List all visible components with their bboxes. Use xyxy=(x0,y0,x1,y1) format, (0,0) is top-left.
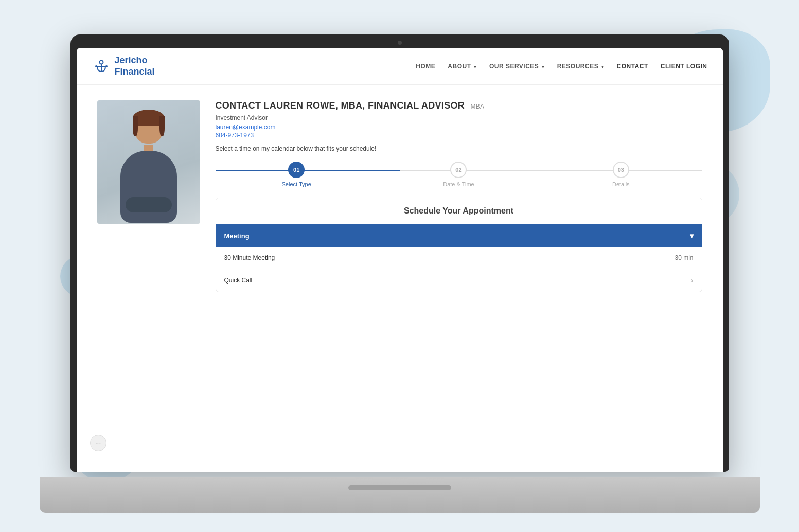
step-label-2: Date & Time xyxy=(443,181,474,187)
step-label-3: Details xyxy=(612,181,630,187)
nav-link-contact[interactable]: CONTACT xyxy=(617,63,648,70)
resources-dropdown-arrow: ▾ xyxy=(601,64,605,69)
three-dots-menu[interactable]: ··· xyxy=(90,435,106,451)
navigation: Jericho Financial HOME ABOUT ▾ xyxy=(77,48,723,85)
advisor-title: CONTACT LAUREN ROWE, MBA, FINANCIAL ADVI… xyxy=(216,100,702,111)
svg-point-0 xyxy=(99,60,103,64)
logo[interactable]: Jericho Financial xyxy=(92,55,155,77)
nav-link-about[interactable]: ABOUT ▾ xyxy=(448,63,477,70)
step-number-3: 03 xyxy=(618,167,624,173)
quick-call-arrow-icon: › xyxy=(691,276,694,285)
svg-point-3 xyxy=(95,65,97,67)
nav-links: HOME ABOUT ▾ OUR SERVICES ▾ xyxy=(416,62,707,70)
nav-link-resources[interactable]: RESOURCES ▾ xyxy=(557,63,605,70)
services-dropdown-arrow: ▾ xyxy=(542,64,545,69)
step-circle-3: 03 xyxy=(613,162,629,178)
meeting-section-label: Meeting xyxy=(224,232,250,240)
advisor-phone[interactable]: 604-973-1973 xyxy=(216,132,702,139)
nav-item-resources[interactable]: RESOURCES ▾ xyxy=(557,62,605,70)
photo-bg xyxy=(97,100,200,224)
stepper: 01 Select Type 02 Date & Time xyxy=(216,162,702,187)
appointment-header: Schedule Your Appointment xyxy=(216,198,702,224)
laptop-base xyxy=(40,477,760,513)
svg-point-4 xyxy=(105,65,108,67)
about-dropdown-arrow: ▾ xyxy=(474,64,477,69)
anchor-icon xyxy=(92,57,111,76)
stepper-step-3[interactable]: 03 Details xyxy=(540,162,702,187)
meeting-option-30min[interactable]: 30 Minute Meeting 30 min xyxy=(216,247,702,269)
stepper-step-1[interactable]: 01 Select Type xyxy=(216,162,378,187)
advisor-role: Investment Advisor xyxy=(216,114,702,121)
advisor-info: CONTACT LAUREN ROWE, MBA, FINANCIAL ADVI… xyxy=(216,100,702,292)
neck xyxy=(144,145,153,151)
step-number-1: 01 xyxy=(293,167,299,173)
schedule-prompt: Select a time on my calendar below that … xyxy=(216,145,702,152)
website: Jericho Financial HOME ABOUT ▾ xyxy=(77,48,723,472)
laptop-camera xyxy=(398,41,402,45)
scene: Jericho Financial HOME ABOUT ▾ xyxy=(40,19,760,513)
step-circle-2: 02 xyxy=(450,162,467,178)
hair-right xyxy=(159,116,165,136)
body xyxy=(120,151,177,223)
head-group xyxy=(133,110,165,145)
nav-link-client-login[interactable]: CLIENT LOGIN xyxy=(661,63,707,70)
nav-item-about[interactable]: ABOUT ▾ xyxy=(448,62,477,70)
nav-item-home[interactable]: HOME xyxy=(416,62,435,70)
logo-line2: Financial xyxy=(115,66,155,78)
logo-text: Jericho Financial xyxy=(115,55,155,77)
meeting-option-30min-label: 30 Minute Meeting xyxy=(224,254,275,261)
necklace xyxy=(136,156,162,156)
meeting-chevron-icon: ▾ xyxy=(690,232,694,240)
profile-photo xyxy=(97,100,200,224)
meeting-option-quick-call[interactable]: Quick Call › xyxy=(216,269,702,292)
nav-link-home[interactable]: HOME xyxy=(416,63,435,70)
main-content: CONTACT LAUREN ROWE, MBA, FINANCIAL ADVI… xyxy=(77,85,723,308)
nav-item-contact[interactable]: CONTACT xyxy=(617,62,648,70)
hair-left xyxy=(133,116,138,136)
advisor-email[interactable]: lauren@example.com xyxy=(216,123,702,131)
stepper-step-2[interactable]: 02 Date & Time xyxy=(378,162,540,187)
three-dots-label: ··· xyxy=(95,439,101,447)
meeting-option-30min-duration: 30 min xyxy=(674,254,693,261)
meeting-type-dropdown[interactable]: Meeting ▾ xyxy=(216,224,702,247)
laptop-screen: Jericho Financial HOME ABOUT ▾ xyxy=(77,48,723,472)
quick-call-label: Quick Call xyxy=(224,277,253,284)
arms xyxy=(126,197,172,212)
advisor-name-title: CONTACT LAUREN ROWE, MBA, FINANCIAL ADVI… xyxy=(216,100,465,111)
logo-line1: Jericho xyxy=(115,55,155,66)
step-label-1: Select Type xyxy=(282,181,311,187)
step-circle-1: 01 xyxy=(288,162,305,178)
nav-item-client-login[interactable]: CLIENT LOGIN xyxy=(661,62,707,70)
nav-item-our-services[interactable]: OUR SERVICES ▾ xyxy=(489,62,545,70)
nav-link-our-services[interactable]: OUR SERVICES ▾ xyxy=(489,63,545,70)
laptop-shell: Jericho Financial HOME ABOUT ▾ xyxy=(70,34,729,472)
mba-badge: MBA xyxy=(470,103,484,110)
step-number-2: 02 xyxy=(455,167,461,173)
appointment-card: Schedule Your Appointment Meeting ▾ 30 M… xyxy=(216,198,702,292)
